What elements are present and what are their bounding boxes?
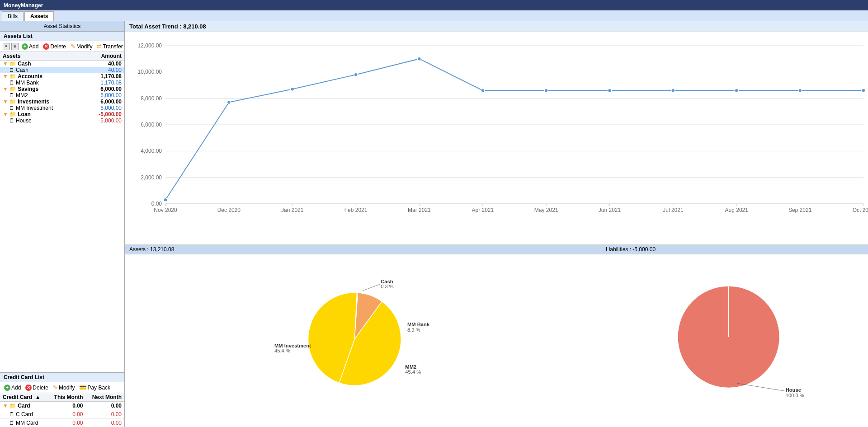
cc-row[interactable]: ▼ 📁Card0.000.00 xyxy=(0,402,124,410)
liabilities-pie-header: Liabilities : -5,000.00 xyxy=(601,245,868,254)
cc-this-month: 0.00 xyxy=(48,410,86,419)
right-panel: Total Asset Trend : 8,210.08 0.002,000.0… xyxy=(125,21,868,427)
svg-line-13 xyxy=(363,284,380,291)
asset-row[interactable]: ▼ 📁Loan-5,000.00 xyxy=(0,111,124,117)
asset-name: ▼ 📁Savings xyxy=(0,86,84,92)
asset-amount: 6,000.00 xyxy=(84,92,124,99)
delete-cc-button[interactable]: ✕ Delete xyxy=(24,384,50,391)
x-label: Sep 2021 xyxy=(788,207,812,213)
asset-row[interactable]: 🗒MM Bank1,170.08 xyxy=(0,80,124,86)
asset-row[interactable]: ▼ 📁Accounts1,170.08 xyxy=(0,73,124,80)
mmbank-label: MM Bank xyxy=(407,322,430,327)
chart-header: Total Asset Trend : 8,210.08 xyxy=(125,21,868,32)
add-icon: + xyxy=(22,43,28,50)
y-label: 4,000.00 xyxy=(141,148,162,154)
asset-row[interactable]: 🗒MM Investment6,000.00 xyxy=(0,105,124,111)
modify-cc-button[interactable]: ✎ Modify xyxy=(52,384,76,391)
item-icon: 🗒 xyxy=(9,105,14,111)
this-month-col-header: This Month xyxy=(48,393,86,402)
mmbank-percent: 8.9 % xyxy=(407,327,420,332)
pay-back-button[interactable]: 💳 Pay Back xyxy=(78,384,112,391)
list-view-icon[interactable]: ≡ xyxy=(3,43,10,50)
assets-pie-area: Cash0.3 %MM Bank8.9 %MM245.4 %MM Investm… xyxy=(125,254,601,427)
main-layout: Asset Statistics Assets List ≡ ⊞ + Add ✕… xyxy=(0,21,868,427)
data-point xyxy=(735,89,738,92)
item-icon: 🗒 xyxy=(9,80,14,86)
asset-name: ▼ 📁Accounts xyxy=(0,73,84,80)
amount-col-header: Amount xyxy=(84,52,124,61)
cc-col-header: Credit Card ▲ xyxy=(0,393,48,402)
cc-table: Credit Card ▲ This Month Next Month ▼ 📁C… xyxy=(0,393,124,427)
x-label: Oct 2021 xyxy=(853,207,868,213)
asset-amount: 6,000.00 xyxy=(84,86,124,92)
cc-this-month: 0.00 xyxy=(48,419,86,427)
tab-assets[interactable]: Assets xyxy=(24,11,54,21)
cash-label: Cash xyxy=(381,279,393,284)
cc-next-month: 0.00 xyxy=(86,410,124,419)
line-chart-container: 0.002,000.004,000.006,000.008,000.0010,0… xyxy=(125,32,868,244)
x-label: Apr 2021 xyxy=(472,207,494,213)
add-cc-icon: + xyxy=(4,385,10,391)
assets-pie-header: Assets : 13,210.08 xyxy=(125,245,601,254)
asset-name: ▼ 📁Loan xyxy=(0,111,84,117)
item-icon: 🗒 xyxy=(9,117,14,124)
x-label: Aug 2021 xyxy=(725,207,749,213)
cc-name: ▼ 📁Card xyxy=(0,402,48,410)
asset-row[interactable]: ▼ 📁Investments6,000.00 xyxy=(0,99,124,105)
data-point xyxy=(354,73,358,76)
asset-row[interactable]: ▼ 📁Cash40.00 xyxy=(0,61,124,67)
next-month-col-header: Next Month xyxy=(86,393,124,402)
asset-name: ▼ 📁Investments xyxy=(0,99,84,105)
credit-card-list-title: Credit Card List xyxy=(0,373,124,382)
asset-amount: -5,000.00 xyxy=(84,117,124,124)
data-point xyxy=(798,89,802,92)
app-title: MoneyManager xyxy=(4,2,43,9)
y-label: 2,000.00 xyxy=(141,174,162,181)
x-label: May 2021 xyxy=(534,207,558,213)
x-label: Feb 2021 xyxy=(344,207,368,213)
asset-amount: -5,000.00 xyxy=(84,111,124,117)
asset-row[interactable]: 🗒House-5,000.00 xyxy=(0,117,124,124)
x-label: Jan 2021 xyxy=(281,207,304,213)
transfer-asset-button[interactable]: ⇄ Transfer xyxy=(95,42,124,50)
liabilities-pie-svg: House100.0 % xyxy=(660,278,818,404)
asset-row[interactable]: 🗒Cash40.00 xyxy=(0,67,124,73)
delete-cc-icon: ✕ xyxy=(25,385,32,391)
folder-icon: ▼ 📁 xyxy=(3,111,16,117)
data-point xyxy=(227,100,231,104)
folder-icon: ▼ 📁 xyxy=(3,61,16,67)
modify-cc-icon: ✎ xyxy=(53,384,58,391)
add-cc-button[interactable]: + Add xyxy=(3,384,22,391)
mm2-percent: 45.4 % xyxy=(405,369,421,374)
assets-pie-svg: Cash0.3 %MM Bank8.9 %MM245.4 %MM Investm… xyxy=(284,278,442,404)
svg-line-14 xyxy=(737,383,784,391)
assets-list-title: Assets List xyxy=(0,32,124,41)
folder-icon: ▼ 📁 xyxy=(3,403,16,409)
item-icon: 🗒 xyxy=(9,67,14,73)
cash-percent: 0.3 % xyxy=(381,284,394,289)
house-label: House xyxy=(786,387,801,393)
data-point xyxy=(417,57,421,61)
data-point xyxy=(544,89,548,92)
item-icon: 🗒 xyxy=(9,92,14,99)
asset-row[interactable]: ▼ 📁Savings6,000.00 xyxy=(0,86,124,92)
tab-bar: Bills Assets xyxy=(0,10,868,21)
liabilities-pie-area: House100.0 % xyxy=(601,254,868,427)
data-point xyxy=(481,89,485,92)
y-label: 12,000.00 xyxy=(138,42,162,49)
assets-pie-section: Assets : 13,210.08 Cash0.3 %MM Bank8.9 %… xyxy=(125,245,601,427)
detail-view-icon[interactable]: ⊞ xyxy=(11,43,19,50)
modify-asset-button[interactable]: ✎ Modify xyxy=(69,42,94,50)
asset-row[interactable]: 🗒MM26,000.00 xyxy=(0,92,124,99)
cc-row[interactable]: 🗒C Card0.000.00 xyxy=(0,410,124,419)
delete-asset-button[interactable]: ✕ Delete xyxy=(42,43,67,50)
x-label: Mar 2021 xyxy=(408,207,431,213)
tab-bills[interactable]: Bills xyxy=(2,11,24,21)
x-label: Jun 2021 xyxy=(599,207,621,213)
cc-name: 🗒C Card xyxy=(0,410,48,419)
add-asset-button[interactable]: + Add xyxy=(20,43,40,50)
cc-row[interactable]: 🗒MM Card0.000.00 xyxy=(0,419,124,427)
assets-col-header: Assets xyxy=(0,52,84,61)
asset-name: 🗒MM2 xyxy=(0,92,84,99)
folder-icon: ▼ 📁 xyxy=(3,86,16,92)
